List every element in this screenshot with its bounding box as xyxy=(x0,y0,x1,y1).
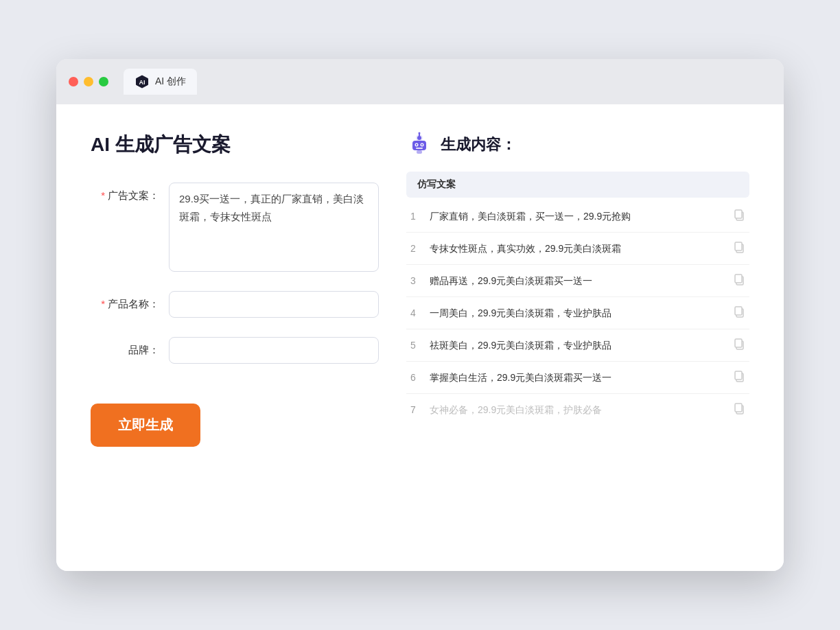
result-number: 5 xyxy=(410,340,430,351)
copy-icon[interactable] xyxy=(727,305,745,320)
brand-input[interactable]: 好白 xyxy=(169,337,379,364)
copy-icon[interactable] xyxy=(727,338,745,353)
brand-label: 品牌： xyxy=(91,337,159,357)
minimize-button[interactable] xyxy=(84,77,93,86)
svg-text:AI: AI xyxy=(139,79,145,86)
svg-rect-20 xyxy=(735,307,742,315)
ad-copy-label: *广告文案： xyxy=(91,183,159,202)
result-number: 3 xyxy=(410,275,430,286)
svg-rect-22 xyxy=(735,339,742,347)
svg-rect-11 xyxy=(416,148,423,149)
result-number: 4 xyxy=(410,307,430,318)
ad-copy-group: *广告文案： 29.9买一送一，真正的厂家直销，美白淡斑霜，专抹女性斑点 xyxy=(91,183,379,272)
copy-icon[interactable] xyxy=(727,370,745,385)
result-text: 专抹女性斑点，真实功效，29.9元美白淡斑霜 xyxy=(430,242,727,256)
list-item: 4一周美白，29.9元美白淡斑霜，专业护肤品 xyxy=(406,297,749,329)
copy-icon[interactable] xyxy=(727,241,745,256)
copy-icon[interactable] xyxy=(727,273,745,288)
svg-point-5 xyxy=(419,132,421,135)
browser-content: AI 生成广告文案 *广告文案： 29.9买一送一，真正的厂家直销，美白淡斑霜，… xyxy=(56,104,784,571)
brand-group: 品牌： 好白 xyxy=(91,337,379,364)
traffic-lights xyxy=(69,77,108,86)
svg-rect-14 xyxy=(735,210,742,218)
ad-copy-input[interactable]: 29.9买一送一，真正的厂家直销，美白淡斑霜，专抹女性斑点 xyxy=(169,183,379,272)
svg-rect-26 xyxy=(735,404,742,412)
result-text: 女神必备，29.9元美白淡斑霜，护肤必备 xyxy=(430,403,727,417)
list-item: 2专抹女性斑点，真实功效，29.9元美白淡斑霜 xyxy=(406,233,749,265)
product-name-input[interactable]: 美白淡斑霜 xyxy=(169,291,379,318)
result-number: 1 xyxy=(410,211,430,222)
right-panel: 生成内容： 仿写文案 1厂家直销，美白淡斑霜，买一送一，29.9元抢购 2专抹女… xyxy=(406,132,749,544)
ai-tab-icon: AI xyxy=(135,74,150,89)
result-list: 1厂家直销，美白淡斑霜，买一送一，29.9元抢购 2专抹女性斑点，真实功效，29… xyxy=(406,200,749,425)
result-text: 赠品再送，29.9元美白淡斑霜买一送一 xyxy=(430,274,727,288)
result-text: 一周美白，29.9元美白淡斑霜，专业护肤品 xyxy=(430,306,727,320)
list-item: 1厂家直销，美白淡斑霜，买一送一，29.9元抢购 xyxy=(406,200,749,233)
svg-rect-24 xyxy=(735,371,742,380)
svg-rect-12 xyxy=(417,150,422,154)
product-name-group: *产品名称： 美白淡斑霜 xyxy=(91,291,379,318)
list-item: 7女神必备，29.9元美白淡斑霜，护肤必备 xyxy=(406,394,749,425)
robot-icon xyxy=(406,132,432,158)
result-text: 掌握美白生活，29.9元美白淡斑霜买一送一 xyxy=(430,371,727,385)
result-text: 祛斑美白，29.9元美白淡斑霜，专业护肤品 xyxy=(430,338,727,353)
svg-point-10 xyxy=(421,144,423,145)
list-item: 6掌握美白生活，29.9元美白淡斑霜买一送一 xyxy=(406,362,749,394)
list-item: 3赠品再送，29.9元美白淡斑霜买一送一 xyxy=(406,265,749,297)
tab-title: AI 创作 xyxy=(155,75,186,88)
close-button[interactable] xyxy=(69,77,78,86)
product-name-label: *产品名称： xyxy=(91,291,159,311)
result-title: 生成内容： xyxy=(441,135,516,155)
svg-point-9 xyxy=(416,144,417,145)
result-header: 生成内容： xyxy=(406,132,749,158)
result-number: 6 xyxy=(410,372,430,383)
required-star-2: * xyxy=(101,298,105,310)
svg-rect-18 xyxy=(735,275,742,283)
result-number: 2 xyxy=(410,243,430,254)
result-text: 厂家直销，美白淡斑霜，买一送一，29.9元抢购 xyxy=(430,209,727,224)
list-item: 5祛斑美白，29.9元美白淡斑霜，专业护肤品 xyxy=(406,329,749,362)
browser-tab[interactable]: AI AI 创作 xyxy=(124,69,197,95)
copy-icon[interactable] xyxy=(727,402,745,417)
left-panel: AI 生成广告文案 *广告文案： 29.9买一送一，真正的厂家直销，美白淡斑霜，… xyxy=(91,132,379,544)
copy-icon[interactable] xyxy=(727,209,745,224)
required-star: * xyxy=(101,189,105,201)
svg-rect-16 xyxy=(735,242,742,250)
page-title: AI 生成广告文案 xyxy=(91,132,379,158)
maximize-button[interactable] xyxy=(99,77,108,86)
browser-window: AI AI 创作 AI 生成广告文案 *广告文案： 29.9买一送一，真正的厂家… xyxy=(56,59,784,571)
titlebar: AI AI 创作 xyxy=(56,59,784,104)
generate-button[interactable]: 立即生成 xyxy=(91,404,200,447)
result-table-header: 仿写文案 xyxy=(406,172,749,198)
result-number: 7 xyxy=(410,404,430,415)
